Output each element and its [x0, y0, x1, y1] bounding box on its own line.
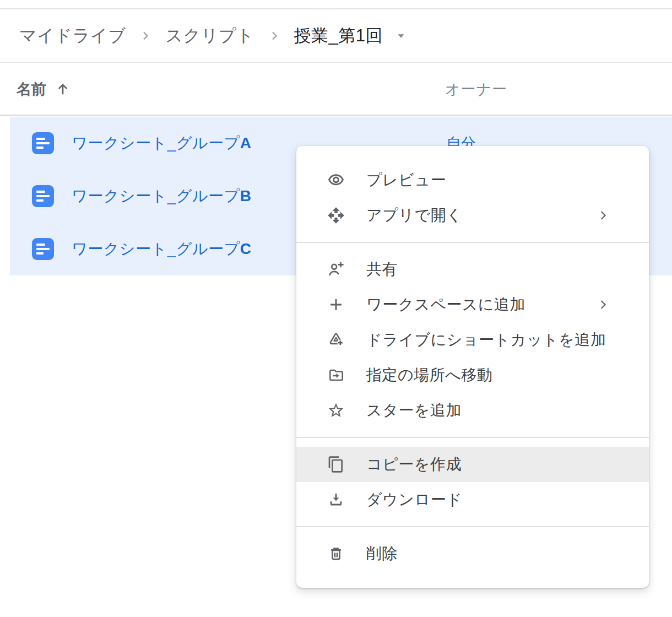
- chevron-right-icon: [268, 29, 281, 42]
- file-name: ワークシート_グループB: [72, 186, 251, 207]
- document-icon: [32, 185, 54, 207]
- open-with-icon: [327, 207, 345, 224]
- menu-item-add-to-workspace[interactable]: ワークスペースに追加: [296, 287, 649, 322]
- menu-item-open-with[interactable]: アプリで開く: [296, 198, 649, 233]
- document-icon: [32, 238, 54, 260]
- menu-item-label: コピーを作成: [366, 454, 462, 475]
- folder-dropdown-caret-icon[interactable]: [394, 29, 408, 43]
- breadcrumb: マイドライブ スクリプト 授業_第1回: [0, 9, 672, 63]
- menu-item-label: ドライブにショートカットを追加: [366, 329, 606, 350]
- menu-item-label: アプリで開く: [366, 205, 462, 226]
- drive-shortcut-icon: [327, 331, 345, 349]
- menu-item-label: スターを追加: [366, 400, 462, 421]
- file-name: ワークシート_グループA: [72, 133, 251, 154]
- folder-move-icon: [327, 366, 345, 384]
- file-name: ワークシート_グループC: [72, 239, 251, 259]
- person-add-icon: [327, 261, 345, 278]
- menu-item-label: 指定の場所へ移動: [366, 365, 492, 386]
- menu-item-add-shortcut-to-drive[interactable]: ドライブにショートカットを追加: [296, 322, 649, 358]
- context-menu: プレビュー アプリで開く 共有 ワークスペースに追加: [296, 146, 649, 588]
- plus-icon: [327, 296, 345, 313]
- menu-item-add-star[interactable]: スターを追加: [296, 393, 649, 428]
- menu-item-label: ダウンロード: [366, 489, 462, 510]
- menu-item-label: プレビュー: [366, 170, 446, 191]
- breadcrumb-current-folder[interactable]: 授業_第1回: [294, 24, 383, 47]
- eye-icon: [327, 171, 345, 189]
- menu-item-move-to[interactable]: 指定の場所へ移動: [296, 358, 649, 393]
- owner-column-label: オーナー: [445, 64, 507, 115]
- sort-by-name-header[interactable]: 名前: [17, 64, 71, 115]
- download-icon: [327, 491, 345, 508]
- breadcrumb-scripts[interactable]: スクリプト: [165, 24, 254, 47]
- menu-item-make-a-copy[interactable]: コピーを作成: [296, 447, 649, 482]
- name-column-label: 名前: [17, 79, 46, 99]
- star-icon: [327, 402, 345, 419]
- breadcrumb-my-drive[interactable]: マイドライブ: [19, 24, 126, 47]
- copy-icon: [327, 456, 345, 473]
- document-icon: [32, 132, 54, 154]
- menu-item-preview[interactable]: プレビュー: [296, 163, 649, 198]
- trash-icon: [327, 545, 345, 562]
- sort-ascending-arrow-icon: [55, 81, 71, 98]
- menu-item-share[interactable]: 共有: [296, 252, 649, 287]
- menu-item-label: ワークスペースに追加: [366, 294, 525, 315]
- submenu-chevron-icon: [597, 299, 609, 311]
- file-list-header: 名前 オーナー: [0, 64, 672, 116]
- menu-item-label: 削除: [366, 543, 398, 564]
- chevron-right-icon: [139, 29, 152, 42]
- menu-item-label: 共有: [366, 259, 398, 280]
- menu-item-download[interactable]: ダウンロード: [296, 482, 649, 517]
- menu-item-delete[interactable]: 削除: [296, 536, 649, 571]
- submenu-chevron-icon: [597, 209, 609, 221]
